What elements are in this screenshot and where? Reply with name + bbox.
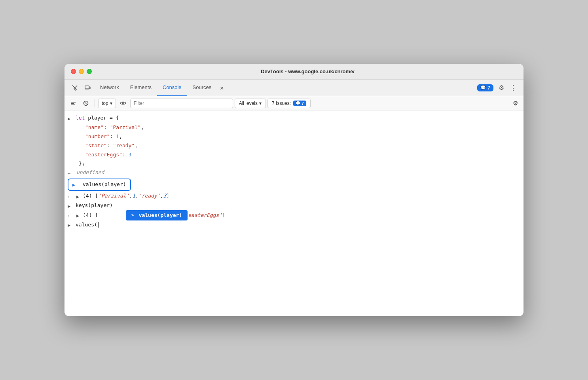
console-obj-close: }; <box>64 159 524 168</box>
tab-console[interactable]: Console <box>157 80 187 96</box>
console-output: ▶ let player = { "name" : "Parzival" , "… <box>64 110 524 316</box>
tab-sources[interactable]: Sources <box>187 80 217 96</box>
undefined-value: undefined <box>76 169 104 177</box>
levels-arrow-icon: ▾ <box>259 101 262 106</box>
block-network-button[interactable] <box>80 98 91 109</box>
console-settings-button[interactable]: ⚙ <box>510 98 520 108</box>
console-result-undefined: ← undefined <box>64 168 524 178</box>
device-toolbar-button[interactable] <box>82 82 93 93</box>
expand-arrow-keys[interactable]: ▶ <box>68 203 72 210</box>
svg-rect-5 <box>71 104 75 105</box>
dropdown-arrow-icon: ▾ <box>110 101 112 106</box>
minimize-button[interactable] <box>79 69 84 74</box>
issues-chat-icon: 💬 <box>296 101 300 105</box>
issues-count: 7 <box>302 101 304 106</box>
result-prefix-2: ← <box>68 193 73 201</box>
expand-arrow-array[interactable]: ▶ <box>76 193 81 201</box>
inspect-element-button[interactable] <box>69 82 80 93</box>
clear-console-button[interactable] <box>68 98 79 109</box>
issues-tab-badge[interactable]: 💬 7 <box>477 84 493 91</box>
result-prefix: ← <box>68 170 73 177</box>
console-obj-line-1: "name" : "Parzival" , <box>64 123 524 132</box>
console-obj-line-3: "state" : "ready" , <box>64 141 524 150</box>
levels-label: All levels <box>239 101 258 106</box>
tab-network[interactable]: Network <box>95 80 125 96</box>
console-input-values: ▶ values(player) <box>64 178 524 191</box>
expand-arrow-partial[interactable]: ▶ <box>68 222 72 229</box>
values-call: values(player) <box>83 180 126 189</box>
svg-rect-0 <box>85 86 89 89</box>
result-prefix-3: ← <box>68 212 73 220</box>
console-obj-line-2: "number" : 1 , <box>64 132 524 141</box>
autocomplete-popup[interactable]: > values(player) <box>126 210 188 221</box>
svg-point-8 <box>122 103 124 104</box>
eye-button[interactable] <box>118 98 129 109</box>
context-label: top <box>102 101 108 106</box>
console-input-partial: ▶ values( <box>64 220 524 230</box>
window-title: DevTools - www.google.co.uk/chrome/ <box>98 68 517 74</box>
close-button[interactable] <box>71 69 76 74</box>
console-toolbar: top ▾ All levels ▾ 7 Issues: 💬 7 ⚙ <box>64 96 524 110</box>
expand-arrow-values[interactable]: ▶ <box>72 181 77 189</box>
tab-elements[interactable]: Elements <box>125 80 157 96</box>
settings-button[interactable]: ⚙ <box>496 82 507 93</box>
autocomplete-prompt-icon: > <box>131 212 134 219</box>
values-partial: values( <box>76 221 97 229</box>
console-result-array: ← ▶ (4) [ 'Parzival' , 1 , 'ready' , 3 ] <box>64 192 524 201</box>
context-selector[interactable]: top ▾ <box>98 99 116 108</box>
more-options-button[interactable]: ⋮ <box>508 82 519 93</box>
expand-arrow-keys-result[interactable]: ▶ <box>76 212 81 220</box>
tab-bar: Network Elements Console Sources » 💬 7 ⚙… <box>64 80 524 96</box>
svg-rect-1 <box>89 87 90 89</box>
console-obj-line-4: "easterEggs" : 3 <box>64 150 524 160</box>
more-tabs-button[interactable]: » <box>217 84 227 91</box>
issues-button[interactable]: 7 Issues: 💬 7 <box>267 99 311 108</box>
autocomplete-suggestion: values(player) <box>139 211 182 220</box>
traffic-lights <box>71 69 92 74</box>
log-levels-selector[interactable]: All levels ▾ <box>235 99 266 108</box>
console-input-1: ▶ let player = { <box>64 114 524 123</box>
keys-call: keys(player) <box>76 201 113 210</box>
devtools-window: DevTools - www.google.co.uk/chrome/ Netw… <box>64 64 524 316</box>
values-input-highlight: ▶ values(player) <box>68 179 131 190</box>
svg-rect-4 <box>71 103 74 104</box>
issues-label: 7 Issues: <box>272 101 291 106</box>
badge-count: 7 <box>487 85 490 91</box>
svg-rect-3 <box>71 102 76 103</box>
toolbar-divider-1 <box>95 99 95 107</box>
console-input-keys: ▶ keys(player) <box>64 201 524 211</box>
autocomplete-row: ← ▶ (4) [ 'state' , 'easterEggs' ] > val… <box>64 211 524 220</box>
chat-icon: 💬 <box>480 85 486 90</box>
maximize-button[interactable] <box>87 69 92 74</box>
issues-badge: 💬 7 <box>293 101 306 106</box>
filter-input[interactable] <box>130 99 233 108</box>
title-bar: DevTools - www.google.co.uk/chrome/ <box>64 64 524 80</box>
keyword-let: let <box>76 114 85 122</box>
cursor-caret <box>98 222 99 228</box>
expand-arrow-1[interactable]: ▶ <box>68 115 72 123</box>
svg-line-7 <box>84 102 87 105</box>
